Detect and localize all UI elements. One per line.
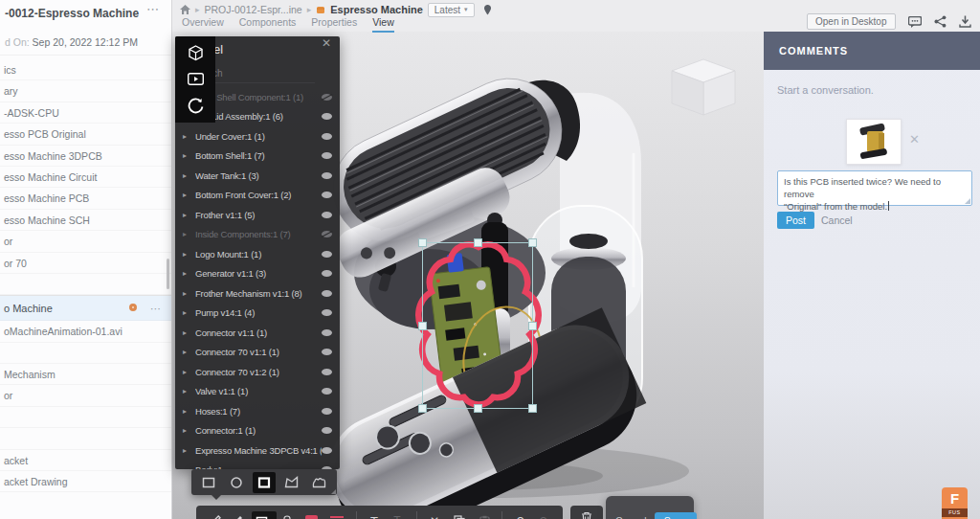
breadcrumb-item[interactable]: Espresso Machine — [330, 4, 423, 15]
sidebar-item[interactable]: esso Machine Circuit — [0, 167, 171, 188]
post-button[interactable]: Post — [777, 212, 814, 229]
markup-marker-button[interactable]: ▾ — [227, 511, 252, 519]
visibility-eye-icon[interactable] — [322, 447, 332, 454]
visibility-eye-icon[interactable] — [322, 427, 332, 434]
markup-pencil-button[interactable] — [202, 511, 227, 519]
sidebar-item[interactable]: acket — [0, 450, 171, 471]
selection-handle[interactable] — [474, 238, 482, 247]
tree-item[interactable]: Body:1 — [175, 461, 340, 470]
shape-rectangle[interactable] — [197, 472, 220, 493]
visibility-eye-icon[interactable] — [322, 172, 332, 179]
popup-resize-handle[interactable] — [331, 489, 336, 494]
sidebar-item[interactable]: esso Machine PCB — [0, 188, 171, 209]
tree-item[interactable]: ▸Logo Mount:1 (1) — [175, 244, 340, 264]
tree-item[interactable]: ▸Connector:1 (1) — [175, 421, 340, 441]
shape-cloud-polygon[interactable] — [308, 472, 331, 493]
tree-item[interactable]: ▸Hoses:1 (7) — [175, 401, 340, 421]
sidebar-item[interactable]: esso PCB Original — [0, 124, 171, 145]
open-in-desktop-button[interactable]: Open in Desktop — [807, 13, 896, 30]
cut-button[interactable]: ✕ — [422, 511, 447, 519]
selection-handle[interactable] — [474, 404, 482, 413]
tree-item[interactable]: ▸Generator v1:1 (3) — [175, 264, 340, 284]
chevron-right-icon[interactable]: ▸ — [183, 308, 195, 317]
item-menu-icon[interactable]: ⋯ — [150, 296, 162, 321]
sidebar-item[interactable]: esso Machine SCH — [0, 210, 171, 231]
sidebar-item[interactable]: or 70 — [0, 253, 171, 274]
sidebar-item[interactable]: oMachineAnimation-01.avi — [0, 321, 171, 342]
selection-handle[interactable] — [528, 404, 537, 413]
chevron-right-icon[interactable]: ▸ — [183, 407, 195, 416]
chevron-right-icon[interactable]: ▸ — [183, 289, 195, 298]
visibility-eye-icon[interactable] — [322, 133, 332, 140]
sidebar-item[interactable] — [0, 407, 171, 428]
sidebar-item[interactable]: ary — [0, 80, 171, 102]
sidebar-item[interactable]: or — [0, 231, 171, 252]
turntable-icon[interactable] — [183, 94, 208, 117]
tree-item[interactable]: ▸Connector v1:1 (1) — [175, 323, 340, 343]
markup-shape-button[interactable]: ▾ — [252, 511, 277, 519]
home-icon[interactable] — [180, 5, 190, 14]
selection-handle[interactable] — [418, 404, 427, 413]
visibility-eye-icon[interactable] — [322, 408, 332, 415]
markup-text-button[interactable]: T — [362, 511, 387, 519]
tree-item[interactable]: ▸Bottom Shell:1 (7) — [175, 147, 340, 167]
comment-textarea[interactable]: Is this PCB inserted twice? We need to r… — [777, 170, 972, 206]
chevron-right-icon[interactable]: ▸ — [183, 171, 195, 180]
sidebar-item[interactable]: -ADSK-CPU — [0, 102, 171, 124]
sidebar-item[interactable]: acket Drawing — [0, 471, 171, 492]
tree-item[interactable]: ▸Frother Mechanism v1:1 (8) — [175, 283, 340, 304]
sidebar-menu-icon[interactable]: ⋯ — [146, 2, 160, 16]
copy-button[interactable] — [447, 511, 472, 519]
chevron-right-icon[interactable]: ▸ — [183, 211, 195, 219]
sidebar-item-selected[interactable]: o Machine ⋯ — [0, 295, 171, 321]
delete-markup-button[interactable] — [570, 506, 603, 519]
tree-item[interactable]: ▸Connector 70 v1:1 (1) — [175, 343, 340, 363]
chevron-right-icon[interactable]: ▸ — [183, 348, 195, 356]
sidebar-item[interactable] — [0, 428, 171, 449]
share-icon[interactable] — [934, 15, 947, 28]
tree-item[interactable]: ▸Frother v1:1 (5) — [175, 205, 340, 225]
tree-item[interactable]: ▸Pump v14:1 (4) — [175, 304, 340, 324]
visibility-eye-icon[interactable] — [322, 388, 332, 395]
tree-item[interactable]: ▸Valve v1:1 (1) — [175, 382, 340, 402]
visibility-eye-icon[interactable] — [322, 349, 332, 355]
chevron-right-icon[interactable]: ▸ — [183, 328, 195, 337]
sidebar-item[interactable]: ics — [0, 59, 171, 80]
comment-attachment-thumbnail[interactable] — [846, 119, 902, 165]
tree-item[interactable]: ▸Inside Components:1 (7) — [175, 225, 340, 245]
chevron-right-icon[interactable]: ▸ — [183, 230, 195, 238]
markup-stamp-button[interactable]: ▾ — [277, 511, 301, 519]
markup-save-button[interactable]: Save — [655, 512, 697, 519]
markup-selection-box[interactable] — [422, 242, 533, 409]
visibility-eye-icon[interactable] — [322, 113, 332, 120]
selection-handle[interactable] — [418, 322, 427, 330]
chevron-right-icon[interactable]: ▸ — [183, 151, 195, 160]
sidebar-item[interactable] — [0, 274, 171, 295]
visibility-eye-icon[interactable] — [322, 192, 332, 198]
markup-text-style-button[interactable]: T▾ — [387, 511, 412, 519]
visibility-eye-icon[interactable] — [322, 212, 332, 218]
tree-item[interactable]: ▸Expresso Machine 3DPCB v4:1 (178) — [175, 440, 340, 461]
pin-icon[interactable] — [483, 5, 492, 15]
shape-polygon[interactable] — [280, 472, 303, 493]
visibility-eye-icon[interactable] — [322, 309, 332, 316]
sidebar-item[interactable]: Mechanism — [0, 364, 171, 385]
visibility-off-icon[interactable] — [322, 231, 332, 237]
version-dropdown[interactable]: Latest ▾ — [428, 3, 475, 17]
close-icon[interactable]: ✕ — [322, 36, 331, 50]
chevron-right-icon[interactable]: ▸ — [183, 426, 195, 435]
animations-icon[interactable] — [183, 68, 208, 91]
remove-attachment-icon[interactable]: ✕ — [909, 132, 920, 147]
sidebar-scrollbar[interactable] — [167, 259, 169, 289]
comment-icon[interactable] — [908, 16, 922, 28]
markup-color-swatch[interactable]: ▾ — [301, 511, 326, 519]
shape-rectangle-selected[interactable] — [253, 472, 276, 493]
tree-item[interactable]: ▸Under Cover:1 (1) — [175, 126, 340, 147]
selection-handle[interactable] — [528, 238, 537, 247]
visibility-eye-icon[interactable] — [322, 152, 332, 159]
chevron-right-icon[interactable]: ▸ — [183, 269, 195, 278]
visibility-eye-icon[interactable] — [322, 369, 332, 375]
visibility-eye-icon[interactable] — [322, 270, 332, 277]
tab-view[interactable]: View — [372, 16, 394, 33]
textarea-resize-handle[interactable] — [965, 198, 970, 204]
